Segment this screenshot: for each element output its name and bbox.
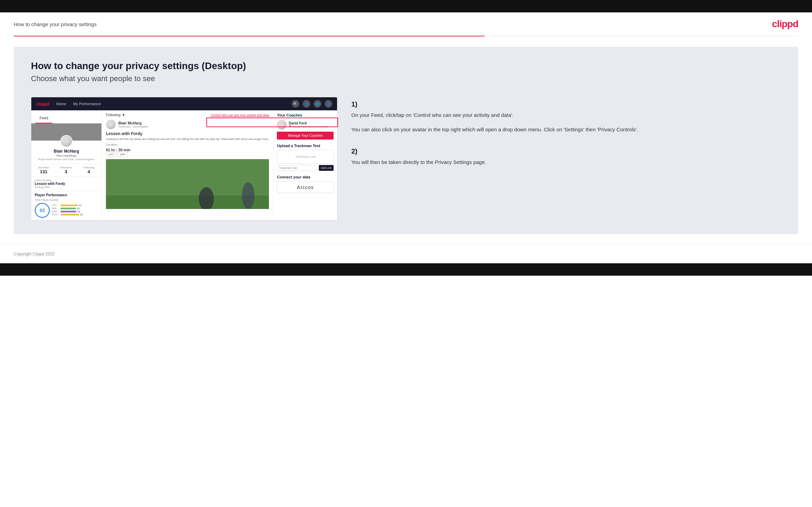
- nav-item-performance[interactable]: My Performance: [73, 102, 101, 106]
- app-feed: Following ▼ Control who can see your act…: [102, 110, 273, 220]
- instruction-step2: 2) You will then be taken directly to th…: [351, 147, 781, 166]
- following-label: Following: [106, 113, 120, 117]
- pin-icon: 📍: [289, 125, 292, 128]
- footer-text: Copyright Clippd 2022: [14, 252, 55, 256]
- header-title: How to change your privacy settings: [14, 21, 97, 27]
- top-bar: [0, 0, 812, 12]
- app-mockup-wrapper: clippd Home My Performance 🔍 👤 🌐 👤 Feed: [31, 97, 337, 220]
- step2-text: You will then be taken directly to the P…: [351, 158, 781, 166]
- stat-followers: Followers 3: [60, 166, 72, 174]
- person-icon[interactable]: 👤: [303, 100, 310, 108]
- post-title: Lesson with Fordy: [106, 131, 269, 136]
- instructions: 1) On your Feed, click/tap on 'Control w…: [351, 97, 781, 180]
- tpq-bars: OTT 90 APP 85: [52, 204, 98, 217]
- bar-arg-fill: [61, 211, 76, 212]
- globe-icon[interactable]: 🌐: [314, 100, 321, 108]
- post-card: Blair McHarg Yesterday · Sunningdale Les…: [106, 120, 269, 209]
- app-right-panel: Your Coaches David Ford 📍 Royal North De…: [273, 110, 337, 220]
- logo: clippd: [772, 19, 798, 30]
- coaches-title: Your Coaches: [277, 113, 334, 117]
- step1-text-2: You can also click on your avatar in the…: [351, 125, 781, 134]
- trackman-input-row: Add Link: [277, 165, 334, 171]
- trackman-input[interactable]: [277, 165, 317, 171]
- app-body: Feed Blair McHarg Plus Handicap Royal No…: [31, 110, 337, 220]
- nav-item-home[interactable]: Home: [56, 102, 66, 106]
- bar-arg: ARG 86: [52, 210, 98, 213]
- stat-following-value: 4: [83, 169, 95, 174]
- app-nav-logo: clippd: [36, 101, 49, 107]
- page-subtitle: Choose what you want people to see: [31, 74, 781, 83]
- avatar-icon[interactable]: 👤: [325, 100, 332, 108]
- coach-club-text: Royal North Devon Golf Club: [293, 125, 328, 128]
- app-sidebar: Feed Blair McHarg Plus Handicap Royal No…: [31, 110, 102, 220]
- bar-ott: OTT 90: [52, 204, 98, 207]
- add-link-button[interactable]: Add Link: [319, 165, 334, 171]
- profile-info: Blair McHarg Plus Handicap Royal North D…: [31, 147, 101, 164]
- trackman-section: Upload a Trackman Test Trackman Link Add…: [277, 144, 334, 171]
- latest-activity: Latest Activity Lesson with Fordy 03 Aug…: [31, 177, 101, 191]
- two-col-layout: clippd Home My Performance 🔍 👤 🌐 👤 Feed: [31, 97, 781, 220]
- nav-icons: 🔍 👤 🌐 👤: [292, 100, 332, 108]
- search-icon[interactable]: 🔍: [292, 100, 299, 108]
- following-row: Following ▼ Control who can see your act…: [106, 113, 269, 117]
- profile-tag: Plus Handicap: [34, 154, 99, 157]
- post-description: Looking to feel like my hands are exitin…: [106, 137, 269, 141]
- bar-putt-fill: [61, 214, 79, 216]
- control-link[interactable]: Control who can see your activity and da…: [211, 113, 269, 117]
- post-author-info: Blair McHarg Yesterday · Sunningdale: [118, 121, 148, 128]
- profile-header: [31, 123, 101, 147]
- tag-ott: OTT: [106, 152, 116, 157]
- post-duration-label: Duration: [106, 143, 269, 146]
- profile-name: Blair McHarg: [34, 149, 99, 154]
- stat-activities: Activities 131: [38, 166, 49, 174]
- tag-app: APP: [118, 152, 128, 157]
- golf-scene: [106, 159, 269, 209]
- post-duration-value: 01 hr : 30 min: [106, 148, 269, 152]
- bottom-bar: [0, 263, 812, 276]
- bar-app-fill: [61, 208, 76, 209]
- post-location: Yesterday · Sunningdale: [118, 125, 148, 128]
- player-perf-title: Player Performance: [35, 193, 98, 197]
- coaches-section: Your Coaches David Ford 📍 Royal North De…: [277, 113, 334, 140]
- step1-text-1: On your Feed, click/tap on 'Control who …: [351, 111, 781, 119]
- tpq-row: 92 OTT 90 APP: [35, 203, 98, 218]
- stat-followers-value: 3: [60, 169, 72, 174]
- bar-ott-fill: [61, 205, 78, 206]
- stat-activities-label: Activities: [38, 166, 49, 169]
- footer: Copyright Clippd 2022: [0, 244, 812, 263]
- player-performance: Player Performance Total Player Quality …: [31, 191, 101, 220]
- app-mockup: clippd Home My Performance 🔍 👤 🌐 👤 Feed: [31, 97, 337, 220]
- connect-data-section: Connect your data Arccos: [277, 175, 334, 193]
- chevron-down-icon: ▼: [122, 113, 125, 117]
- coach-avatar: [277, 120, 286, 130]
- stat-following: Following 4: [83, 166, 95, 174]
- latest-activity-title: Lesson with Fordy: [35, 182, 98, 186]
- tpq-circle: 92: [35, 203, 50, 218]
- coach-info: David Ford 📍 Royal North Devon Golf Club: [289, 121, 328, 128]
- header: How to change your privacy settings clip…: [0, 12, 812, 36]
- post-avatar: [106, 120, 116, 129]
- latest-activity-date: 03 Aug 2022: [35, 186, 98, 189]
- trackman-placeholder: Trackman Link: [277, 150, 334, 164]
- main-content: How to change your privacy settings (Des…: [14, 47, 798, 234]
- following-button[interactable]: Following ▼: [106, 113, 125, 117]
- post-author: Blair McHarg: [118, 121, 148, 125]
- stat-following-label: Following: [83, 166, 95, 169]
- avatar: [60, 135, 73, 147]
- post-header: Blair McHarg Yesterday · Sunningdale: [106, 120, 269, 129]
- coach-row: David Ford 📍 Royal North Devon Golf Club: [277, 120, 334, 130]
- instruction-step1: 1) On your Feed, click/tap on 'Control w…: [351, 100, 781, 134]
- feed-tab[interactable]: Feed: [35, 113, 52, 123]
- tpq-value: 92: [40, 208, 45, 213]
- profile-stats: Activities 131 Followers 3 Following 4: [31, 164, 101, 177]
- stat-followers-label: Followers: [60, 166, 72, 169]
- page-title: How to change your privacy settings (Des…: [31, 60, 781, 71]
- bar-putt: PUTT 96: [52, 213, 98, 216]
- stat-activities-value: 131: [38, 169, 49, 174]
- step2-num: 2): [351, 147, 781, 155]
- manage-coaches-button[interactable]: Manage Your Coaches: [277, 132, 334, 140]
- bar-app: APP 85: [52, 207, 98, 210]
- step1-num: 1): [351, 100, 781, 108]
- coach-name: David Ford: [289, 121, 328, 125]
- profile-club: Royal North Devon Golf Club, United King…: [34, 158, 99, 161]
